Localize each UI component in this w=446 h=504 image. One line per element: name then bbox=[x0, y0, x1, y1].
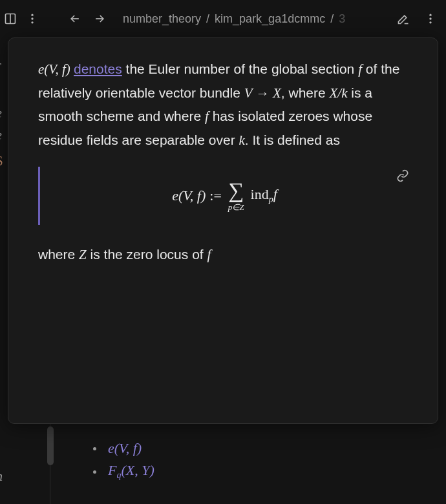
edit-icon[interactable] bbox=[394, 10, 412, 28]
bullet-icon bbox=[93, 447, 96, 450]
breadcrumb-part[interactable]: 3 bbox=[339, 12, 345, 26]
breadcrumb-part[interactable]: number_theory bbox=[123, 12, 201, 26]
gutter-char: n bbox=[0, 469, 3, 484]
denotes-link[interactable]: denotes bbox=[74, 61, 122, 76]
tooltip-paragraph: e(V, f) denotes the Euler number of the … bbox=[38, 58, 409, 152]
gutter-char: - bbox=[0, 445, 1, 459]
list-item[interactable]: Fq(X, Y) bbox=[93, 460, 154, 483]
layout-icon[interactable] bbox=[1, 10, 19, 28]
summation-symbol: ∑ bbox=[228, 180, 244, 202]
svg-point-6 bbox=[429, 17, 431, 19]
hover-tooltip-panel: e(V, f) denotes the Euler number of the … bbox=[8, 37, 438, 424]
equation: e(V, f) := ∑ p∈Z indpf bbox=[172, 180, 277, 211]
gutter-char: $ bbox=[0, 154, 3, 169]
svg-point-4 bbox=[31, 21, 33, 23]
outline-list: e(V, f) Fq(X, Y) bbox=[93, 437, 154, 483]
svg-point-5 bbox=[429, 14, 431, 16]
link-icon[interactable] bbox=[396, 169, 409, 185]
svg-point-2 bbox=[31, 14, 33, 16]
nav-back-icon[interactable] bbox=[66, 10, 84, 28]
breadcrumb-separator: / bbox=[206, 12, 209, 26]
svg-point-3 bbox=[31, 17, 33, 19]
more-vertical-icon[interactable] bbox=[23, 10, 41, 28]
breadcrumb-part[interactable]: kim_park_ga1dcmmc bbox=[215, 12, 325, 26]
breadcrumb[interactable]: number_theory / kim_park_ga1dcmmc / 3 bbox=[123, 12, 345, 26]
tooltip-footer: where Z is the zero locus of f bbox=[38, 243, 409, 267]
editor-gutter: r e e $ - n bbox=[0, 37, 8, 503]
more-vertical-icon[interactable] bbox=[421, 10, 440, 28]
breadcrumb-separator: / bbox=[330, 12, 334, 26]
nav-forward-icon[interactable] bbox=[90, 10, 109, 28]
gutter-char: e bbox=[0, 128, 2, 143]
gutter-char: e bbox=[0, 106, 2, 121]
equation-block: e(V, f) := ∑ p∈Z indpf bbox=[38, 167, 409, 225]
gutter-char: r bbox=[0, 58, 1, 73]
scrollbar-thumb[interactable] bbox=[47, 426, 54, 465]
list-item[interactable]: e(V, f) bbox=[93, 437, 154, 460]
bullet-icon bbox=[93, 470, 96, 474]
svg-point-7 bbox=[429, 21, 431, 23]
math-inline: e(V, f) bbox=[38, 61, 74, 77]
editor-tab-header: number_theory / kim_park_ga1dcmmc / 3 bbox=[0, 0, 446, 37]
